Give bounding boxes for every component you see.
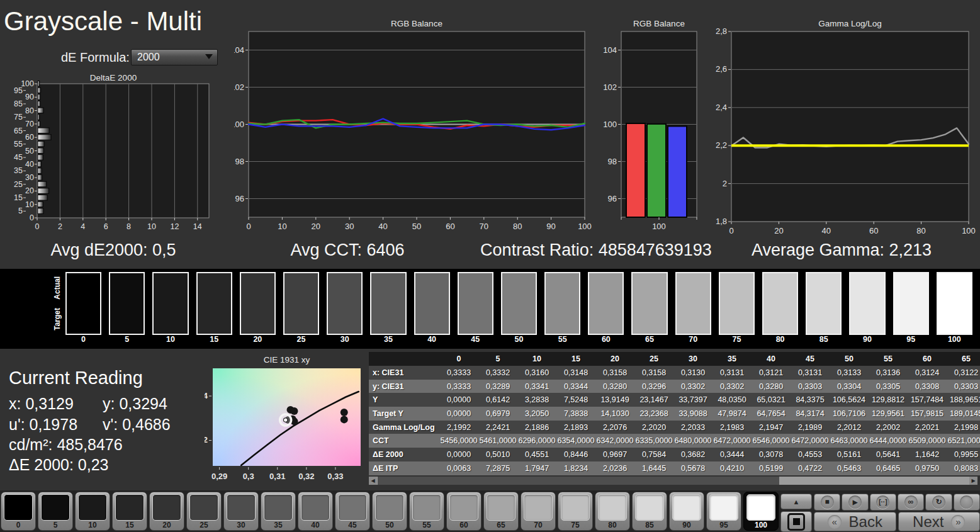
pattern-label-60: 60 xyxy=(447,521,481,529)
ramp-swatch-85 xyxy=(806,272,842,335)
table-hscrollbar[interactable]: ◀ ▶ xyxy=(369,477,977,485)
ramp-label-0: 0 xyxy=(65,335,101,344)
table-col-header-60: 60 xyxy=(908,352,947,366)
pattern-button-55[interactable]: 55 xyxy=(409,492,444,531)
pattern-button-90[interactable]: 90 xyxy=(669,492,704,531)
pattern-label-45: 45 xyxy=(335,521,369,529)
up-arrow-button[interactable]: ▲ xyxy=(780,494,812,509)
table-cell-0: 0,3333 xyxy=(439,366,478,380)
pattern-swatch-100 xyxy=(746,494,775,521)
stop-icon: ■ xyxy=(821,495,834,509)
back-button[interactable]: « Back xyxy=(814,512,896,531)
refresh-button[interactable]: ↻ xyxy=(925,494,952,511)
table-cell-35: 6472,0000 xyxy=(712,434,752,448)
pattern-swatch-85 xyxy=(635,494,664,521)
ramp-label-40: 40 xyxy=(414,335,450,344)
ramp-swatch-0 xyxy=(65,272,101,335)
pattern-button-0[interactable]: 0 xyxy=(1,492,36,531)
svg-text:55: 55 xyxy=(14,140,23,149)
ramp-label-100: 100 xyxy=(937,335,972,344)
pattern-button-40[interactable]: 40 xyxy=(298,492,333,531)
svg-text:65: 65 xyxy=(14,127,23,135)
table-col-header-30: 30 xyxy=(673,352,712,366)
table-col-header-0: 0 xyxy=(439,352,478,366)
pattern-swatch-15 xyxy=(115,494,144,521)
window-pattern-button[interactable] xyxy=(780,511,812,532)
de-formula-value: 2000 xyxy=(137,52,160,63)
table-cell-60: 1,1642 xyxy=(908,448,947,461)
nav-row: « Back Next » xyxy=(814,512,980,531)
svg-text:Gamma Log/Log: Gamma Log/Log xyxy=(818,19,882,28)
scroll-thumb[interactable] xyxy=(378,477,779,485)
table-cell-35: 0,4210 xyxy=(712,461,752,475)
pattern-button-35[interactable]: 35 xyxy=(261,492,296,531)
table-cell-35: 0,3444 xyxy=(712,448,752,461)
pattern-button-85[interactable]: 85 xyxy=(632,492,667,531)
infinity-button[interactable]: ∞ xyxy=(898,494,924,511)
svg-text:4: 4 xyxy=(81,222,85,231)
svg-text:2,2: 2,2 xyxy=(716,140,727,150)
table-cell-15: 0,3148 xyxy=(556,366,595,380)
table-col-header-45: 45 xyxy=(791,352,830,366)
table-cell-55: 0,5641 xyxy=(869,448,908,461)
table-corner xyxy=(369,352,439,366)
pattern-button-95[interactable]: 95 xyxy=(706,492,741,531)
svg-text:0: 0 xyxy=(246,222,251,231)
de-formula-dropdown[interactable]: 2000 xyxy=(131,49,218,65)
stop-button[interactable]: ■ xyxy=(814,494,840,511)
blank-button[interactable] xyxy=(954,494,980,511)
svg-text:1,8: 1,8 xyxy=(716,217,727,226)
pattern-button-15[interactable]: 15 xyxy=(112,492,147,531)
pattern-button-75[interactable]: 75 xyxy=(558,492,593,531)
play-button[interactable]: ▶ xyxy=(842,494,868,511)
ramp-swatch-55 xyxy=(544,272,580,335)
reading-v: v': 0,4686 xyxy=(103,416,171,434)
pattern-button-60[interactable]: 60 xyxy=(446,492,482,531)
ramp-label-90: 90 xyxy=(849,335,885,344)
ramp-label-75: 75 xyxy=(719,335,755,344)
pattern-button-10[interactable]: 10 xyxy=(75,492,110,531)
ramp-label-35: 35 xyxy=(370,335,406,344)
pattern-button-50[interactable]: 50 xyxy=(372,492,407,531)
scroll-right-arrow-icon[interactable]: ▶ xyxy=(969,477,977,485)
pattern-swatch-95 xyxy=(709,494,738,521)
table-cell-40: 6546,0000 xyxy=(752,434,791,448)
pattern-button-70[interactable]: 70 xyxy=(521,492,556,531)
table-cell-45: 0,3131 xyxy=(791,366,830,380)
ramp-labels: 0510152025303540455055606570758085909510… xyxy=(65,335,972,344)
bracket-dots-button[interactable]: [··] xyxy=(870,494,896,511)
table-cell-15: 0,8446 xyxy=(556,448,595,461)
svg-text:0,29: 0,29 xyxy=(211,472,227,481)
svg-text:0,3: 0,3 xyxy=(243,472,254,481)
table-cell-0: 0,0000 xyxy=(439,407,478,421)
table-cell-60: 157,7484 xyxy=(908,393,947,407)
ramp-label-50: 50 xyxy=(501,335,537,344)
next-button[interactable]: Next » xyxy=(898,512,980,531)
ramp-label-25: 25 xyxy=(283,335,319,344)
pattern-button-30[interactable]: 30 xyxy=(223,492,259,531)
pattern-button-25[interactable]: 25 xyxy=(186,492,222,531)
pattern-button-80[interactable]: 80 xyxy=(595,492,630,531)
svg-text:10: 10 xyxy=(25,200,34,209)
pattern-button-45[interactable]: 45 xyxy=(335,492,370,531)
pattern-label-55: 55 xyxy=(410,521,444,529)
table-col-header-5: 5 xyxy=(478,352,517,366)
pattern-swatch-20 xyxy=(152,494,181,521)
table-row-label: Gamma Log/Log xyxy=(369,421,439,434)
ramp-label-20: 20 xyxy=(240,335,276,344)
pattern-button-100[interactable]: 100 xyxy=(743,492,779,531)
table-cell-5: 0,6142 xyxy=(478,393,517,407)
pattern-button-20[interactable]: 20 xyxy=(149,492,184,531)
svg-text:100: 100 xyxy=(578,222,592,231)
table-cell-20: 0,3158 xyxy=(595,366,634,380)
table-cell-40: 2,1947 xyxy=(752,421,791,434)
pattern-button-65[interactable]: 65 xyxy=(483,492,519,531)
ramp-swatch-40 xyxy=(414,272,450,335)
table-cell-30: 33,9088 xyxy=(673,407,712,421)
pattern-button-5[interactable]: 5 xyxy=(38,492,73,531)
reading-u: u': 0,1978 xyxy=(9,416,77,433)
scroll-left-arrow-icon[interactable]: ◀ xyxy=(369,477,377,485)
table-cell-0: 0,0063 xyxy=(439,461,478,475)
table-cell-10: 0,3341 xyxy=(517,380,556,393)
table-cell-0: 0,3333 xyxy=(439,380,478,393)
